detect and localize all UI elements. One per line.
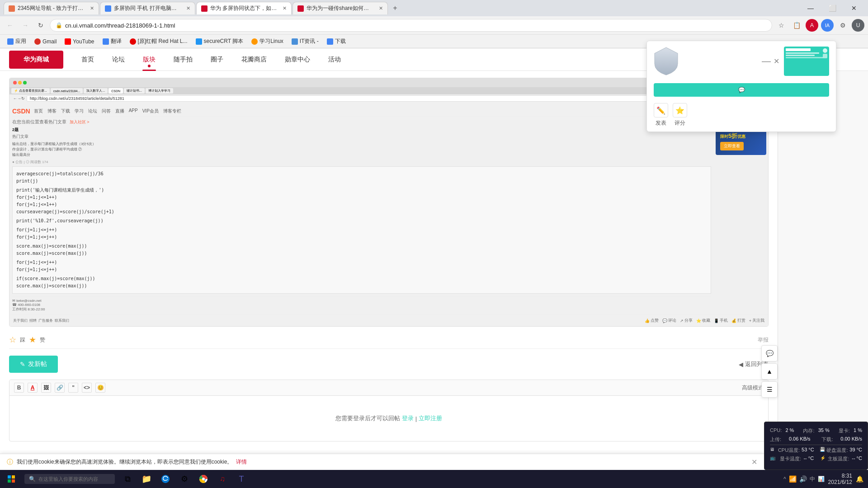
float-chat-button[interactable]: 💬 — [761, 345, 778, 361]
popup-close-x[interactable]: — — [762, 56, 771, 66]
mobile-icon: 📱 — [714, 319, 719, 323]
taskbar-file-explorer[interactable]: 📁 — [137, 470, 156, 488]
taskbar-teams[interactable]: T — [232, 470, 250, 488]
nav-shop[interactable]: 花瓣商店 — [232, 48, 276, 71]
browser-tab-2[interactable]: 多屏协同 手机 打开电脑文件_百... ✕ — [100, 2, 195, 14]
code-button[interactable]: <> — [82, 383, 92, 393]
color-button[interactable]: A — [28, 383, 38, 393]
gpu-temp-icon: 📺 — [770, 455, 775, 462]
close-window-button[interactable]: ✕ — [844, 0, 864, 16]
tray-input-icon[interactable]: 中 — [810, 475, 815, 483]
popup-header-actions: — ✕ — [762, 56, 779, 66]
mock-tab-1: ⚡ 点击查看竞技比赛... — [11, 88, 50, 94]
nav-circle[interactable]: 圈子 — [202, 48, 232, 71]
post-reward[interactable]: 💰 打赏 — [731, 318, 745, 324]
nav-forum[interactable]: 论坛 — [103, 48, 134, 71]
link-button[interactable]: 🔗 — [55, 383, 65, 393]
login-link[interactable]: 登录 — [402, 414, 414, 422]
post-ad-service: 广告服务 — [38, 318, 53, 323]
post-favorite[interactable]: ⭐ 收藏 — [696, 318, 710, 324]
nav-forward-button[interactable]: → — [19, 19, 32, 32]
card-action-rate[interactable]: ⭐ 评分 — [673, 103, 687, 127]
user-account-button[interactable]: U — [852, 19, 864, 32]
favorite-icon: ⭐ — [696, 319, 701, 323]
float-up-button[interactable]: ▲ — [761, 363, 778, 380]
nav-activity[interactable]: 活动 — [319, 48, 350, 71]
profile-button[interactable]: A — [806, 19, 818, 32]
nav-home[interactable]: 首页 — [72, 48, 103, 71]
system-clock[interactable]: 8:31 2021/6/12 — [828, 473, 852, 485]
cookie-close-button[interactable]: ✕ — [751, 458, 757, 466]
post-comment[interactable]: 💬 评论 — [662, 318, 676, 324]
star-1[interactable]: ☆ — [9, 335, 16, 345]
bookmark-it[interactable]: IT资讯 - — [288, 37, 322, 46]
nav-medal[interactable]: 勋章中心 — [276, 48, 319, 71]
taskbar-search-area[interactable]: 🔍 — [24, 474, 115, 484]
post-follow[interactable]: + 关注我 — [749, 318, 764, 324]
float-list-button[interactable]: ☰ — [761, 381, 778, 398]
collection-button[interactable]: 📋 — [790, 19, 803, 32]
settings-button[interactable]: ⚙ — [836, 19, 849, 32]
bookmark-gmail[interactable]: Gmail — [31, 38, 60, 46]
bookmark-securecrt[interactable]: secureCRT 脚本 — [192, 37, 247, 46]
browser-tab-3[interactable]: 华为 多屏协同状态下，如何一碰传电... ✕ — [196, 2, 292, 14]
taskbar-edge[interactable] — [156, 470, 175, 488]
site-logo[interactable]: 华为商城 — [9, 51, 63, 69]
bookmark-download[interactable]: 下载 — [323, 37, 349, 46]
maximize-button[interactable]: ⬜ — [822, 0, 843, 16]
nav-back-button[interactable]: ← — [4, 19, 16, 32]
taskbar-chrome[interactable] — [194, 470, 212, 488]
tab-close-3[interactable]: ✕ — [283, 5, 287, 11]
tab-close-2[interactable]: ✕ — [186, 5, 190, 11]
ad-button[interactable]: 立即查看 — [720, 142, 744, 150]
tab-close-1[interactable]: ✕ — [90, 5, 94, 11]
register-link[interactable]: 立即注册 — [419, 414, 442, 422]
post-mobile[interactable]: 📱 手机 — [714, 318, 728, 324]
bookmark-youtube[interactable]: YouTube — [61, 38, 98, 46]
star-2[interactable]: ★ — [29, 335, 36, 345]
new-tab-button[interactable]: + — [389, 2, 401, 14]
popup-close-button[interactable]: ✕ — [774, 57, 779, 66]
notification-icon[interactable]: 🔔 — [856, 475, 863, 483]
image-button[interactable]: 🖼 — [41, 383, 51, 393]
post-like[interactable]: 👍 点赞 — [645, 318, 659, 324]
url-input[interactable]: 🔒 cn.ui.vmall.com/thread-21818069-1-1.ht… — [50, 19, 772, 32]
taskbar-netease[interactable]: ♫ — [213, 470, 231, 488]
tray-performance-icon[interactable]: 📊 — [818, 476, 825, 482]
emoji-button[interactable]: 😊 — [95, 383, 105, 393]
nav-section[interactable]: 版块 — [134, 48, 165, 71]
post-share[interactable]: ↗ 分享 — [680, 318, 693, 324]
new-post-button[interactable]: ✎ 发新帖 — [9, 356, 58, 373]
back-arrow-icon: ◀ — [739, 361, 743, 368]
bookmark-star-button[interactable]: ☆ — [775, 19, 788, 32]
tray-expand-icon[interactable]: ^ — [783, 476, 786, 482]
extensions-button[interactable]: IA — [821, 19, 834, 32]
tray-volume-icon[interactable]: 🔊 — [799, 475, 807, 483]
minimize-button[interactable]: — — [800, 0, 821, 16]
browser-tab-4[interactable]: 华为为一碰传share如何截图电脑屏... ✕ — [292, 2, 388, 14]
bookmark-translate[interactable]: 翻译 — [99, 37, 125, 46]
taskbar-task-view[interactable]: ⧉ — [118, 470, 137, 488]
refresh-button[interactable]: ↻ — [34, 19, 47, 32]
bookmark-linux[interactable]: 学习Linux — [248, 37, 287, 46]
start-button[interactable] — [0, 470, 23, 488]
taskbar-search-input[interactable] — [38, 476, 110, 482]
tab-close-4[interactable]: ✕ — [379, 5, 383, 11]
quote-button[interactable]: " — [68, 383, 78, 393]
advanced-mode-toggle[interactable]: 高级模式 — [742, 384, 764, 392]
browser-tab-1[interactable]: 2345网址导航 - 致力于打造百年... ✕ — [4, 2, 99, 14]
report-text[interactable]: 举报 — [758, 336, 769, 344]
network-row: 上传: 0.06 KB/s 下载: 0.00 KB/s — [770, 436, 862, 443]
tray-network-icon[interactable]: 📶 — [789, 475, 797, 483]
taskbar-settings[interactable]: ⚙ — [175, 470, 193, 488]
cookie-details-link[interactable]: 详情 — [236, 458, 247, 466]
youtube-icon — [65, 38, 71, 45]
popup-teal-button[interactable]: 💬 — [654, 83, 829, 97]
bookmark-redhat[interactable]: [原]红帽 Red Hat L... — [126, 37, 191, 46]
bold-button[interactable]: B — [14, 383, 24, 393]
card-action-post[interactable]: ✏️ 发表 — [654, 103, 668, 127]
nav-photo[interactable]: 随手拍 — [165, 48, 202, 71]
tab-title-2: 多屏协同 手机 打开电脑文件_百... — [114, 5, 182, 12]
bookmark-apps[interactable]: 应用 — [4, 37, 30, 46]
editor-body: 您需要登录后才可以回帖 登录 | 立即注册 — [9, 396, 768, 441]
